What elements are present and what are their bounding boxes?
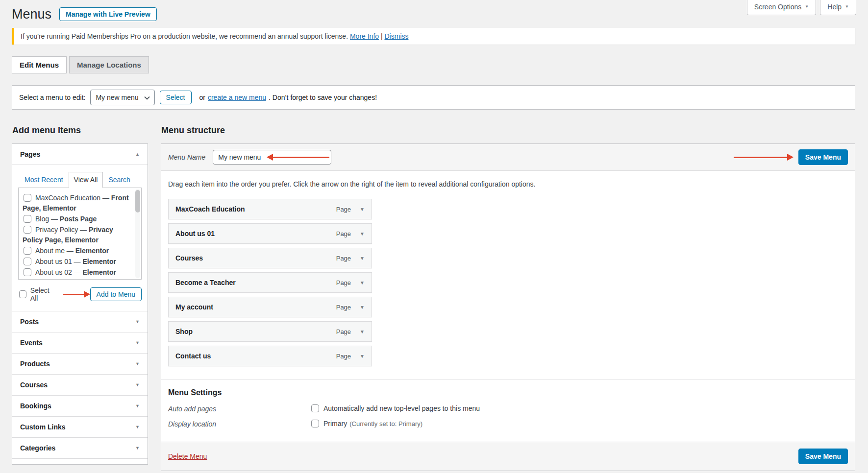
pages-filter-tabs: Most Recent View All Search xyxy=(19,172,142,188)
add-to-menu-button[interactable]: Add to Menu xyxy=(90,287,142,301)
categories-section-header[interactable]: Categories ▼ xyxy=(12,438,148,458)
menu-item-type: Page xyxy=(336,353,351,360)
bookings-section-header[interactable]: Bookings ▼ xyxy=(12,396,148,416)
chevron-down-icon[interactable]: ▼ xyxy=(360,354,365,359)
chevron-up-icon: ▲ xyxy=(135,152,140,157)
chevron-down-icon[interactable]: ▼ xyxy=(360,207,365,212)
after-link-text: . Don’t forget to save your changes! xyxy=(269,94,377,101)
menu-select-dropdown[interactable]: My new menu xyxy=(90,90,154,105)
page-item-label: About me — xyxy=(35,247,75,255)
menu-structure-column: Menu structure Menu Name xyxy=(161,125,855,471)
products-section-header[interactable]: Products ▼ xyxy=(12,354,148,374)
menu-item-type: Page xyxy=(336,304,351,311)
chevron-down-icon[interactable]: ▼ xyxy=(360,231,365,236)
menu-item-row[interactable]: Become a Teacher Page ▼ xyxy=(168,272,372,293)
menu-select-bar: Select a menu to edit: My new menu Selec… xyxy=(12,85,855,110)
menu-item-title: Become a Teacher xyxy=(175,279,236,286)
posts-section-header[interactable]: Posts ▼ xyxy=(12,311,148,332)
auto-add-pages-checkbox[interactable] xyxy=(311,404,319,412)
courses-section-header[interactable]: Courses ▼ xyxy=(12,375,148,395)
section-label: Events xyxy=(20,339,43,347)
accordion-section-products: Products ▼ xyxy=(12,353,148,374)
chevron-down-icon[interactable]: ▼ xyxy=(360,256,365,261)
menu-item-type: Page xyxy=(336,328,351,335)
chevron-down-icon: ▼ xyxy=(845,5,849,9)
page-item-label: About us 01 — xyxy=(35,258,83,265)
page-checkbox[interactable] xyxy=(24,215,31,223)
menu-item-row[interactable]: Shop Page ▼ xyxy=(168,321,372,342)
pages-section-body: Most Recent View All Search MaxCoach Edu… xyxy=(12,165,148,311)
create-new-menu-link[interactable]: create a new menu xyxy=(208,94,266,101)
delete-menu-link[interactable]: Delete Menu xyxy=(168,452,207,460)
screen-options-button[interactable]: Screen Options ▼ xyxy=(747,0,816,15)
chevron-down-icon[interactable]: ▼ xyxy=(360,280,365,285)
custom-links-section-header[interactable]: Custom Links ▼ xyxy=(12,417,148,437)
menu-item-row[interactable]: MaxCoach Education Page ▼ xyxy=(168,199,372,219)
chevron-down-icon[interactable]: ▼ xyxy=(360,329,365,334)
menu-name-input-wrap xyxy=(213,150,331,165)
page-checkbox-item[interactable]: About me — Elementor xyxy=(23,246,132,256)
manage-live-preview-button[interactable]: Manage with Live Preview xyxy=(59,7,157,21)
arrow-line xyxy=(63,294,85,295)
display-location-control[interactable]: Primary (Currently set to: Primary) xyxy=(310,420,422,427)
events-section-header[interactable]: Events ▼ xyxy=(12,332,148,353)
menu-item-row[interactable]: Contact us Page ▼ xyxy=(168,346,372,366)
screen-options-label: Screen Options xyxy=(754,3,802,11)
tab-most-recent[interactable]: Most Recent xyxy=(19,172,69,188)
help-button[interactable]: Help ▼ xyxy=(820,0,856,15)
page-checkbox-item[interactable]: About us 01 — Elementor xyxy=(23,257,132,267)
menu-structure-body: Drag each item into the order you prefer… xyxy=(161,171,855,442)
menu-item-type: Page xyxy=(336,206,351,213)
chevron-down-icon: ▼ xyxy=(805,5,809,9)
save-menu-button-top[interactable]: Save Menu xyxy=(798,149,848,165)
list-scrollbar[interactable] xyxy=(135,189,140,278)
menu-item-meta: Page ▼ xyxy=(336,353,365,360)
page-checkbox[interactable] xyxy=(24,247,31,255)
select-button[interactable]: Select xyxy=(160,91,192,104)
menu-structure-box: Menu Name Save Menu xyxy=(161,143,855,471)
select-all-row: Select All Add to Menu xyxy=(18,286,142,302)
chevron-down-icon: ▼ xyxy=(135,319,140,324)
pages-section-header[interactable]: Pages ▲ xyxy=(12,144,148,165)
page-checkbox[interactable] xyxy=(24,268,31,276)
arrow-head xyxy=(84,291,90,298)
page-checkbox-item[interactable]: About us 02 — Elementor xyxy=(23,267,132,278)
page-checkbox-item[interactable]: Blog — Posts Page xyxy=(23,214,132,224)
menu-item-row[interactable]: My account Page ▼ xyxy=(168,297,372,317)
annotation-arrow-add-to-menu xyxy=(63,291,90,298)
tab-edit-menus[interactable]: Edit Menus xyxy=(12,56,67,73)
display-location-row: Display location Primary (Currently set … xyxy=(168,420,848,428)
chevron-down-icon[interactable]: ▼ xyxy=(360,305,365,310)
page-item-label-bold: Elementor xyxy=(83,258,116,265)
page-checkbox-item[interactable]: Privacy Policy — Privacy Policy Page, El… xyxy=(23,225,132,245)
menu-item-type: Page xyxy=(336,255,351,262)
save-menu-button-bottom[interactable]: Save Menu xyxy=(798,449,848,464)
menu-structure-heading: Menu structure xyxy=(161,125,855,136)
menu-select-label: Select a menu to edit: xyxy=(19,94,85,101)
menu-items-accordion: Pages ▲ Most Recent View All Search MaxC… xyxy=(12,143,148,465)
menu-settings-heading: Menu Settings xyxy=(168,388,848,397)
tab-view-all[interactable]: View All xyxy=(69,172,103,188)
arrow-head xyxy=(267,154,273,161)
tab-manage-locations[interactable]: Manage Locations xyxy=(69,56,149,73)
menu-item-meta: Page ▼ xyxy=(336,328,365,335)
page-checkbox[interactable] xyxy=(24,258,31,265)
dismiss-link[interactable]: Dismiss xyxy=(385,32,409,40)
menu-item-row[interactable]: About us 01 Page ▼ xyxy=(168,223,372,244)
top-utility-tabs: Screen Options ▼ Help ▼ xyxy=(747,0,856,15)
page-checkbox-item[interactable]: MaxCoach Education — Front Page, Element… xyxy=(23,193,132,213)
select-all-checkbox[interactable] xyxy=(19,290,26,298)
auto-add-pages-control[interactable]: Automatically add new top-level pages to… xyxy=(310,404,480,412)
content-columns: Add menu items Pages ▲ Most Recent View … xyxy=(12,125,855,471)
page-checkbox[interactable] xyxy=(24,226,31,234)
tab-search[interactable]: Search xyxy=(103,172,135,188)
scrollbar-thumb[interactable] xyxy=(135,190,140,213)
menu-structure-header: Menu Name Save Menu xyxy=(161,144,855,171)
pages-section-label: Pages xyxy=(20,150,40,158)
menu-item-row[interactable]: Courses Page ▼ xyxy=(168,248,372,268)
more-info-link[interactable]: More Info xyxy=(350,32,379,40)
chevron-down-icon: ▼ xyxy=(135,403,140,408)
notice-separator: | xyxy=(381,32,383,40)
primary-location-checkbox[interactable] xyxy=(311,420,319,427)
page-checkbox[interactable] xyxy=(24,194,31,202)
